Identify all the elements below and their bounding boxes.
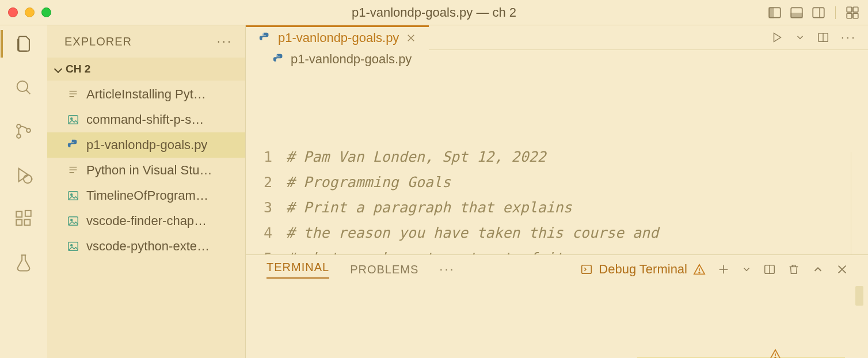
terminal-profile-dropdown[interactable]: Debug Terminal [580,262,706,277]
titlebar: p1-vanlondp-goals.py — ch 2 [0,0,868,25]
breadcrumb[interactable]: p1-vanlondp-goals.py [246,50,868,68]
minimap[interactable] [851,152,868,254]
image-file-icon [67,215,79,227]
split-terminal-icon[interactable] [763,263,776,276]
file-label: ArticleInstalling Pyt… [86,87,206,102]
svg-point-26 [71,118,73,120]
tab-label: p1-vanlondp-goals.py [278,31,399,45]
svg-point-45 [699,272,700,273]
svg-point-42 [276,55,277,56]
file-label: vscode-python-exte… [86,239,210,254]
activity-source-control-icon[interactable] [13,121,34,142]
customize-layout-icon[interactable] [845,5,860,20]
code-line: 3# Print a paragraph that explains [255,195,868,220]
svg-point-13 [17,134,21,138]
run-icon[interactable] [771,31,783,44]
image-file-icon [67,240,79,253]
svg-rect-9 [853,13,858,18]
editor-tab[interactable]: p1-vanlondp-goals.py [246,25,429,49]
activity-bar [0,25,47,358]
window-minimize-button[interactable] [25,7,35,17]
svg-rect-6 [847,7,852,12]
text-file-icon [67,88,79,101]
svg-rect-18 [16,211,22,217]
editor-more-icon[interactable]: ··· [841,30,856,45]
svg-rect-7 [853,7,858,12]
panel-tab-problems[interactable]: PROBLEMS [350,263,418,276]
file-item[interactable]: vscode-finder-chap… [47,208,245,234]
split-editor-icon[interactable] [817,31,829,44]
file-label: Python in Visual Stu… [86,163,212,178]
image-file-icon [67,189,79,202]
file-list: ArticleInstalling Pyt…command-shift-p-s…… [47,82,245,259]
file-item[interactable]: p1-vanlondp-goals.py [47,132,245,158]
activity-extensions-icon[interactable] [13,208,34,229]
breadcrumb-label: p1-vanlondp-goals.py [291,52,412,67]
close-panel-icon[interactable] [836,263,848,276]
activity-explorer-icon[interactable] [13,33,34,54]
file-item[interactable]: command-shift-p-s… [47,107,245,132]
divider [835,6,836,19]
warning-icon [769,304,852,358]
svg-line-11 [26,90,31,94]
code-line: 1# Pam Van Londen, Spt 12, 2022 [255,144,868,170]
svg-rect-19 [16,219,22,225]
editor-group: p1-vanlondp-goals.py ··· [246,25,868,358]
activity-search-icon[interactable] [13,77,34,98]
toggle-primary-sidebar-icon[interactable] [767,5,782,20]
code-line: 4# the reason you have taken this course… [255,220,868,246]
new-terminal-dropdown-icon[interactable] [741,264,752,275]
python-file-icon [272,53,285,66]
panel: TERMINAL PROBLEMS ··· Debug Terminal [246,254,868,358]
code-line: 5# what you hope to get out of it. [255,246,868,254]
toggle-panel-icon[interactable] [789,5,804,20]
activity-run-debug-icon[interactable] [13,165,34,185]
panel-tab-terminal[interactable]: TERMINAL [267,261,329,279]
text-file-icon [67,164,79,177]
window-zoom-button[interactable] [41,7,51,17]
svg-rect-20 [24,219,30,225]
svg-rect-21 [25,211,31,216]
python-file-icon [258,32,271,44]
explorer-more-icon[interactable]: ··· [217,34,233,49]
window-close-button[interactable] [8,7,18,17]
folder-header[interactable]: CH 2 [47,58,245,81]
new-terminal-icon[interactable] [717,263,730,276]
editor-tabs: p1-vanlondp-goals.py ··· [246,25,868,50]
svg-rect-8 [847,13,852,18]
terminal[interactable]: pamvanlonden@PamVanLndeniMac ch 2 % type… [246,284,868,358]
explorer-sidebar: EXPLORER ··· CH 2 ArticleInstalling Pyt…… [47,25,246,358]
terminal-scrollbar[interactable] [855,286,863,306]
traffic-lights [8,7,51,17]
explorer-title: EXPLORER [64,35,132,48]
file-label: vscode-finder-chap… [86,214,207,228]
file-item[interactable]: Python in Visual Stu… [47,158,245,183]
maximize-panel-icon[interactable] [812,263,824,276]
kill-terminal-icon[interactable] [787,263,800,276]
run-dropdown-chevron-icon[interactable] [795,32,805,43]
py-file-icon [67,139,79,151]
svg-point-36 [71,245,73,246]
svg-point-12 [17,124,21,128]
folder-name: CH 2 [66,63,90,75]
image-file-icon [67,113,79,126]
tab-close-icon[interactable] [406,33,416,43]
svg-rect-4 [813,7,824,17]
svg-point-32 [71,194,73,196]
file-label: p1-vanlondp-goals.py [86,138,207,153]
window-title: p1-vanlondp-goals.py — ch 2 [352,5,516,20]
file-item[interactable]: TimelineOfProgram… [47,183,245,208]
svg-point-10 [17,81,28,92]
svg-point-27 [71,140,72,142]
file-label: TimelineOfProgram… [86,188,208,203]
svg-point-14 [26,128,31,132]
code-line: 2# Programming Goals [255,170,868,195]
toggle-secondary-sidebar-icon[interactable] [811,5,826,20]
panel-more-icon[interactable]: ··· [439,262,455,277]
file-item[interactable]: ArticleInstalling Pyt… [47,82,245,107]
svg-point-34 [71,219,73,221]
svg-rect-3 [791,13,802,18]
activity-testing-icon[interactable] [13,252,34,273]
code-editor[interactable]: 1# Pam Van Londen, Spt 12, 20222# Progra… [246,68,868,254]
file-item[interactable]: vscode-python-exte… [47,234,245,259]
